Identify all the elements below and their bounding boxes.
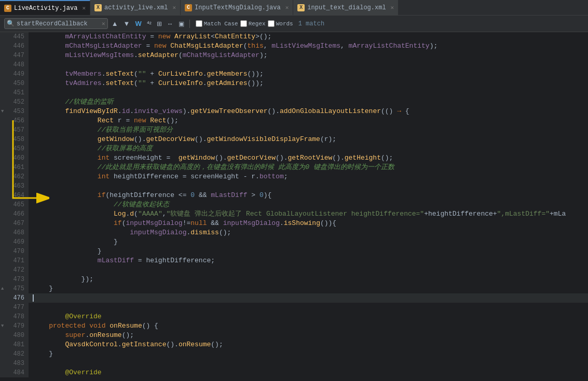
- editor: 445 mArrayListChatEntity = new ArrayList…: [0, 32, 588, 381]
- tab-live-activity[interactable]: C LiveActivity.java ✕: [0, 0, 90, 16]
- line-num-453: ▼ 453: [0, 107, 29, 116]
- line-464: 464 if(heightDifference <= 0 && mLastDif…: [0, 191, 588, 200]
- line-num-469: 469: [0, 237, 29, 247]
- line-num-445: 445: [0, 32, 29, 41]
- line-456: 456 Rect r = new Rect();: [0, 116, 588, 125]
- line-472: 472: [0, 265, 588, 275]
- tab-close-4[interactable]: ✕: [391, 4, 394, 11]
- line-478: 478 @Override: [0, 312, 588, 321]
- line-num-448: 448: [0, 60, 29, 69]
- tab-input-text-msg-dialog[interactable]: C InputTextMsgDialog.java ✕: [181, 0, 293, 16]
- line-num-480: 480: [0, 331, 29, 340]
- line-462: 462 int heightDifference = screenHeight …: [0, 172, 588, 181]
- search-input-wrapper: 🔍 ✕: [4, 18, 108, 29]
- tab-close-2[interactable]: ✕: [172, 4, 176, 11]
- line-num-483: 483: [0, 359, 29, 368]
- line-num-450: 450: [0, 79, 29, 88]
- search-magnifier-icon: 🔍: [7, 20, 15, 27]
- line-473: 473 });: [0, 275, 588, 284]
- code-content-470: }: [29, 247, 588, 256]
- code-content-463: [29, 181, 588, 191]
- code-content-484: @Override: [29, 368, 588, 377]
- tab-close-3[interactable]: ✕: [285, 4, 289, 11]
- line-num-446: 446: [0, 41, 29, 51]
- regex-option[interactable]: Regex: [240, 20, 266, 27]
- search-words-toggle-button[interactable]: W: [133, 19, 143, 28]
- tab-label-2: activity_live.xml: [104, 4, 168, 11]
- line-482: 482 }: [0, 349, 588, 359]
- words-checkbox[interactable]: [268, 20, 275, 27]
- line-num-461: 461: [0, 163, 29, 172]
- line-num-478: 478: [0, 312, 29, 321]
- search-expand-button[interactable]: ⊞: [155, 20, 163, 28]
- line-num-457: 457: [0, 125, 29, 135]
- line-num-479: ▼ 479: [0, 321, 29, 331]
- code-content-472: [29, 265, 588, 275]
- search-regex-toggle-button[interactable]: ⁴²: [145, 20, 153, 28]
- search-prev-button[interactable]: ▲: [110, 19, 120, 29]
- line-num-476: 476: [0, 293, 29, 303]
- line-449: 449 tvMembers.setText("" + CurLiveInfo.g…: [0, 69, 588, 79]
- line-447: 447 mListViewMsgItems.setAdapter(mChatMs…: [0, 51, 588, 60]
- search-input[interactable]: [17, 20, 100, 27]
- tab-close-1[interactable]: ✕: [82, 5, 86, 11]
- words-label: Words: [276, 21, 293, 27]
- line-458: 458 getWindow().getDecorView().getWindow…: [0, 135, 588, 144]
- search-replace-button[interactable]: ↔: [166, 20, 175, 28]
- line-num-472: 472: [0, 265, 29, 275]
- line-num-481: 481: [0, 340, 29, 349]
- line-num-471: 471: [0, 256, 29, 265]
- code-content-477: [29, 303, 588, 312]
- code-content-482: }: [29, 349, 588, 359]
- line-453: ▼ 453 findViewByIdR.id.invite_views).get…: [0, 107, 588, 116]
- line-num-473: 473: [0, 275, 29, 284]
- line-num-452: 452: [0, 97, 29, 107]
- line-483: 483: [0, 359, 588, 368]
- fold-icon-475[interactable]: ▲: [1, 284, 4, 293]
- fold-icon-453[interactable]: ▼: [1, 107, 4, 116]
- line-num-468: 468: [0, 228, 29, 237]
- tab-icon-java-2: C: [185, 4, 192, 11]
- tab-input-text-dialog-xml[interactable]: X input_text_dialog.xml ✕: [293, 0, 399, 16]
- line-num-484: 484: [0, 368, 29, 377]
- search-filter-button[interactable]: ▣: [177, 20, 186, 28]
- code-content-451: [29, 88, 588, 97]
- tab-label-4: input_text_dialog.xml: [307, 4, 386, 11]
- line-num-475: ▲ 475: [0, 284, 29, 293]
- code-area[interactable]: 445 mArrayListChatEntity = new ArrayList…: [0, 32, 588, 381]
- line-446: 446 mChatMsgListAdapter = new ChatMsgLis…: [0, 41, 588, 51]
- line-445: 445 mArrayListChatEntity = new ArrayList…: [0, 32, 588, 41]
- words-option[interactable]: Words: [268, 20, 293, 27]
- search-next-button[interactable]: ▼: [122, 19, 132, 29]
- search-bar: 🔍 ✕ ▲ ▼ W ⁴² ⊞ ↔ ▣ Match Case Regex Word…: [0, 16, 588, 32]
- line-475: ▲ 475 }: [0, 284, 588, 293]
- code-content-452: //软键盘的监听: [29, 97, 588, 107]
- code-content-479: protected void onResume() {: [29, 321, 588, 331]
- code-content-462: int heightDifference = screenHeight - r.…: [29, 172, 588, 181]
- line-num-460: 460: [0, 153, 29, 163]
- search-clear-button[interactable]: ✕: [102, 20, 105, 27]
- code-content-483: [29, 359, 588, 368]
- fold-icon-479[interactable]: ▼: [1, 321, 4, 331]
- tab-activity-live-xml[interactable]: X activity_live.xml ✕: [90, 0, 181, 16]
- regex-checkbox[interactable]: [240, 20, 247, 27]
- match-case-option[interactable]: Match Case: [196, 20, 238, 27]
- line-470: 470 }: [0, 247, 588, 256]
- line-479: ▼ 479 protected void onResume() {: [0, 321, 588, 331]
- tab-icon-xml-2: X: [297, 4, 305, 11]
- line-460: 460 int screenHeight = getWindow().getDe…: [0, 153, 588, 163]
- line-484: 484 @Override: [0, 368, 588, 377]
- line-num-447: 447: [0, 51, 29, 60]
- line-448: 448: [0, 60, 588, 69]
- line-466: 466 Log.d("AAAA","软键盘 弹出之后收起了 Rect Globa…: [0, 209, 588, 219]
- code-content-469: }: [29, 237, 588, 247]
- line-459: 459 //获取屏幕的高度: [0, 144, 588, 153]
- code-content-450: tvAdmires.setText("" + CurLiveInfo.getAd…: [29, 79, 588, 88]
- code-content-464: if(heightDifference <= 0 && mLastDiff > …: [29, 191, 588, 200]
- line-471: 471 mLastDiff = heightDifference;: [0, 256, 588, 265]
- match-case-checkbox[interactable]: [196, 20, 202, 27]
- line-num-467: 467: [0, 219, 29, 228]
- line-num-463: 463: [0, 181, 29, 191]
- line-465: 465 //软键盘收起状态: [0, 200, 588, 209]
- line-451: 451: [0, 88, 588, 97]
